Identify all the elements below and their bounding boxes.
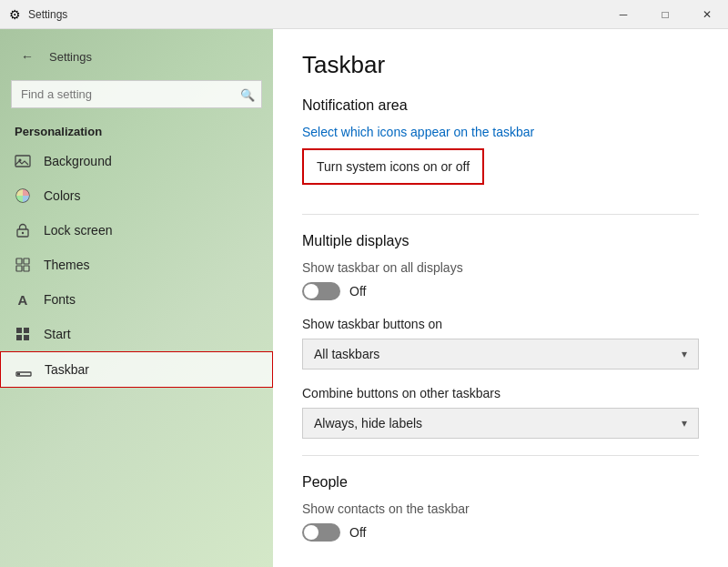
themes-label: Themes [44, 258, 90, 272]
chevron-down-icon-2: ▾ [682, 417, 687, 430]
titlebar-left: ⚙ Settings [9, 7, 67, 22]
sidebar-item-themes[interactable]: Themes [0, 248, 273, 282]
show-buttons-dropdown[interactable]: All taskbars ▾ [302, 339, 699, 370]
show-contacts-toggle[interactable] [302, 523, 340, 542]
show-all-toggle-label: Off [349, 284, 366, 299]
titlebar-controls: ─ □ ✕ [602, 0, 728, 29]
svg-rect-9 [16, 328, 22, 333]
multiple-displays-title: Multiple displays [302, 233, 699, 249]
titlebar: ⚙ Settings ─ □ ✕ [0, 0, 728, 29]
sidebar-content: ← Settings 🔍 Personalization Background … [0, 29, 273, 567]
combine-buttons-label: Combine buttons on other taskbars [302, 386, 699, 400]
toggle-knob [304, 284, 318, 299]
combine-buttons-value: Always, hide labels [314, 416, 422, 430]
select-icons-link[interactable]: Select which icons appear on the taskbar [302, 125, 699, 139]
show-contacts-toggle-label: Off [349, 525, 366, 540]
titlebar-title: Settings [28, 8, 67, 21]
fonts-icon: A [15, 291, 31, 308]
close-button[interactable]: ✕ [686, 0, 728, 29]
turn-system-icons-link[interactable]: Turn system icons on or off [302, 148, 484, 185]
notification-area-title: Notification area [302, 97, 699, 114]
minimize-button[interactable]: ─ [602, 0, 644, 29]
show-buttons-value: All taskbars [314, 347, 379, 361]
svg-rect-6 [24, 258, 29, 264]
search-box: 🔍 [11, 80, 262, 108]
show-all-toggle-row: Off [302, 282, 699, 300]
app-body: ← Settings 🔍 Personalization Background … [0, 29, 728, 567]
sidebar-item-start[interactable]: Start [0, 317, 273, 351]
svg-rect-12 [24, 335, 29, 340]
taskbar-label: Taskbar [45, 362, 89, 377]
background-icon [15, 153, 31, 169]
sidebar-item-lock-screen[interactable]: Lock screen [0, 213, 273, 248]
page-title: Taskbar [302, 51, 699, 79]
svg-rect-8 [24, 266, 29, 271]
show-all-toggle[interactable] [302, 282, 340, 300]
show-all-label: Show taskbar on all displays [302, 260, 699, 275]
sidebar-item-colors[interactable]: Colors [0, 178, 273, 213]
contacts-toggle-knob [304, 525, 318, 540]
combine-buttons-setting: Combine buttons on other taskbars Always… [302, 386, 699, 439]
show-contacts-toggle-row: Off [302, 523, 699, 542]
colors-icon [15, 187, 31, 204]
svg-point-4 [22, 232, 24, 234]
show-buttons-on-setting: Show taskbar buttons on All taskbars ▾ [302, 317, 699, 370]
sidebar-item-taskbar[interactable]: Taskbar [0, 351, 273, 388]
combine-buttons-dropdown[interactable]: Always, hide labels ▾ [302, 408, 699, 439]
maximize-button[interactable]: □ [644, 0, 686, 29]
svg-rect-11 [16, 335, 22, 340]
sidebar-section-label: Personalization [0, 119, 273, 144]
svg-rect-10 [24, 328, 29, 333]
lock-screen-label: Lock screen [44, 223, 112, 238]
sidebar-item-fonts[interactable]: A Fonts [0, 282, 273, 317]
search-input[interactable] [11, 80, 262, 108]
show-all-displays-setting: Show taskbar on all displays Off [302, 260, 699, 300]
lock-screen-icon [15, 222, 31, 238]
app-title: Settings [49, 50, 92, 64]
search-icon[interactable]: 🔍 [240, 87, 255, 101]
show-contacts-label: Show contacts on the taskbar [302, 501, 699, 516]
background-label: Background [44, 154, 112, 168]
nav-header: ← Settings [0, 29, 273, 76]
taskbar-icon [15, 361, 32, 378]
section-divider-1 [302, 214, 699, 215]
chevron-down-icon: ▾ [682, 348, 687, 360]
sidebar: ← Settings 🔍 Personalization Background … [0, 29, 273, 567]
colors-label: Colors [44, 188, 80, 203]
svg-rect-5 [16, 258, 22, 264]
svg-rect-7 [16, 266, 22, 271]
settings-icon: ⚙ [9, 7, 21, 22]
fonts-label: Fonts [44, 292, 76, 307]
main-content: Taskbar Notification area Select which i… [273, 29, 728, 567]
svg-rect-14 [17, 373, 20, 375]
show-contacts-setting: Show contacts on the taskbar Off [302, 501, 699, 542]
sidebar-item-background[interactable]: Background [0, 144, 273, 178]
themes-icon [15, 257, 31, 273]
people-title: People [302, 474, 699, 491]
section-divider-2 [302, 455, 699, 456]
start-label: Start [44, 327, 71, 341]
show-buttons-label: Show taskbar buttons on [302, 317, 699, 331]
start-icon [15, 326, 31, 342]
back-button[interactable]: ← [15, 44, 40, 69]
